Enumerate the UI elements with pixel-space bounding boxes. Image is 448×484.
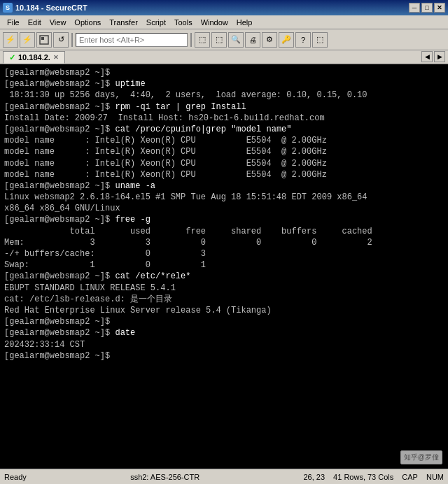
- watermark: 知乎@罗僮: [400, 450, 442, 464]
- maximize-button[interactable]: □: [421, 3, 433, 13]
- terminal-line-9: model name : Intel(R) Xeon(R) CPU E5504 …: [4, 158, 444, 169]
- terminal-line-7: model name : Intel(R) Xeon(R) CPU E5504 …: [4, 135, 444, 146]
- terminal-line-6: [gealarm@websmap2 ~]$ cat /proc/cpuinfo|…: [4, 124, 444, 135]
- terminal-line-21: cat: /etc/lsb-release.d: 是一个目录: [4, 294, 444, 305]
- menu-window[interactable]: Window: [197, 17, 232, 28]
- terminal-line-22: Red Hat Enterprise Linux Server release …: [4, 305, 444, 316]
- terminal-line-30: [4, 395, 444, 406]
- menu-script[interactable]: Script: [142, 17, 170, 28]
- toolbar-sep-2: [190, 33, 192, 47]
- title-bar-left: S 10.184 - SecureCRT: [3, 3, 88, 13]
- menu-bar: File Edit View Options Transfer Script T…: [0, 15, 448, 29]
- terminal-line-12: Linux websmap2 2.6.18-164.el5 #1 SMP Tue…: [4, 192, 444, 203]
- terminal-line-25: 202432:33:14 CST: [4, 339, 444, 350]
- toolbar-btn-settings[interactable]: ⚙: [262, 32, 277, 48]
- minimize-button[interactable]: ─: [409, 3, 420, 13]
- window-title: 10.184 - SecureCRT: [15, 3, 88, 12]
- menu-file[interactable]: File: [3, 17, 24, 28]
- toolbar: ⚡ ⚡ ↺ ⬚ ⬚ 🔍 🖨 ⚙ 🔑 ? ⬚: [0, 29, 448, 50]
- toolbar-btn-find[interactable]: 🔍: [228, 32, 244, 48]
- terminal-line-15: total used free shared buffers cached: [4, 226, 444, 237]
- tab-active[interactable]: ✓ 10.184.2. ✕: [3, 51, 65, 64]
- status-ready: Ready: [4, 473, 27, 481]
- terminal-line-10: model name : Intel(R) Xeon(R) CPU E5504 …: [4, 169, 444, 180]
- terminal-line-18: Swap: 1 0 1: [4, 259, 444, 271]
- status-caps: CAP: [402, 473, 418, 481]
- menu-edit[interactable]: Edit: [24, 17, 46, 28]
- terminal-line-1: [gealarm@websmap2 ~]$: [4, 67, 444, 78]
- terminal-line-14: [gealarm@websmap2 ~]$ free -g: [4, 214, 444, 225]
- window-controls[interactable]: ─ □ ✕: [409, 3, 445, 13]
- terminal-line-20: EBUPT STANDARD LINUX RELEASE 5.4.1: [4, 283, 444, 294]
- terminal-line-27: [4, 362, 444, 373]
- terminal-line-8: model name : Intel(R) Xeon(R) CPU E5504 …: [4, 146, 444, 157]
- app-icon: S: [3, 3, 13, 13]
- terminal-area[interactable]: [gealarm@websmap2 ~]$ [gealarm@websmap2 …: [0, 64, 448, 469]
- toolbar-btn-1[interactable]: ⚡: [3, 32, 18, 48]
- terminal-line-13: x86_64 x86_64 GNU/Linux: [4, 203, 444, 214]
- tab-bar: ✓ 10.184.2. ✕ ◀ ▶: [0, 50, 448, 64]
- status-num: NUM: [426, 473, 444, 481]
- svg-rect-1: [41, 37, 44, 40]
- close-button[interactable]: ✕: [434, 3, 445, 13]
- terminal-line-26: [gealarm@websmap2 ~]$: [4, 350, 444, 362]
- watermark-text: 知乎@罗僮: [400, 450, 442, 464]
- menu-view[interactable]: View: [46, 17, 71, 28]
- tab-close[interactable]: ✕: [53, 54, 59, 61]
- terminal-line-19: [gealarm@websmap2 ~]$ cat /etc/*rele*: [4, 271, 444, 282]
- toolbar-btn-extra[interactable]: ⬚: [312, 32, 328, 48]
- menu-help[interactable]: Help: [232, 17, 257, 28]
- terminal-line-17: -/+ buffers/cache: 0 3: [4, 248, 444, 259]
- toolbar-btn-help[interactable]: ?: [295, 32, 311, 48]
- terminal-line-23: [gealarm@websmap2 ~]$: [4, 316, 444, 327]
- toolbar-btn-2[interactable]: ⚡: [20, 32, 35, 48]
- toolbar-btn-refresh[interactable]: ↺: [53, 32, 69, 48]
- toolbar-sep-1: [71, 33, 73, 47]
- menu-transfer[interactable]: Transfer: [105, 17, 142, 28]
- title-bar: S 10.184 - SecureCRT ─ □ ✕: [0, 0, 448, 15]
- tab-label: 10.184.2.: [18, 53, 50, 62]
- menu-options[interactable]: Options: [70, 17, 105, 28]
- status-right: 26, 23 41 Rows, 73 Cols CAP NUM: [304, 473, 444, 481]
- status-size: 41 Rows, 73 Cols: [333, 473, 393, 481]
- terminal-line-4: [gealarm@websmap2 ~]$ rpm -qi tar | grep…: [4, 101, 444, 113]
- toolbar-btn-paste[interactable]: ⬚: [211, 32, 227, 48]
- terminal-line-11: [gealarm@websmap2 ~]$ uname -a: [4, 180, 444, 192]
- toolbar-btn-3[interactable]: [36, 32, 52, 48]
- status-encryption: ssh2: AES-256-CTR: [130, 473, 200, 481]
- terminal-line-2: [gealarm@websmap2 ~]$ uptime: [4, 78, 444, 90]
- toolbar-btn-copy[interactable]: ⬚: [195, 32, 210, 48]
- address-input[interactable]: [76, 33, 188, 47]
- tab-next-button[interactable]: ▶: [434, 51, 445, 62]
- toolbar-btn-print[interactable]: 🖨: [245, 32, 260, 48]
- toolbar-btn-key[interactable]: 🔑: [279, 32, 294, 48]
- tab-nav: ◀ ▶: [421, 51, 448, 64]
- terminal-line-24: [gealarm@websmap2 ~]$ date: [4, 327, 444, 339]
- terminal-line-3: 18:31:30 up 5256 days, 4:40, 2 users, lo…: [4, 90, 444, 101]
- status-position: 26, 23: [304, 473, 326, 481]
- status-bar: Ready ssh2: AES-256-CTR 26, 23 41 Rows, …: [0, 469, 448, 484]
- menu-tools[interactable]: Tools: [170, 17, 197, 28]
- terminal-line-16: Mem: 3 3 0 0 0 2: [4, 237, 444, 248]
- terminal-line-5: Install Date: 2009‧27 Install Host: hs20…: [4, 113, 444, 124]
- terminal-line-28: [4, 373, 444, 384]
- tab-prev-button[interactable]: ◀: [421, 51, 433, 62]
- terminal-line-29: [4, 384, 444, 395]
